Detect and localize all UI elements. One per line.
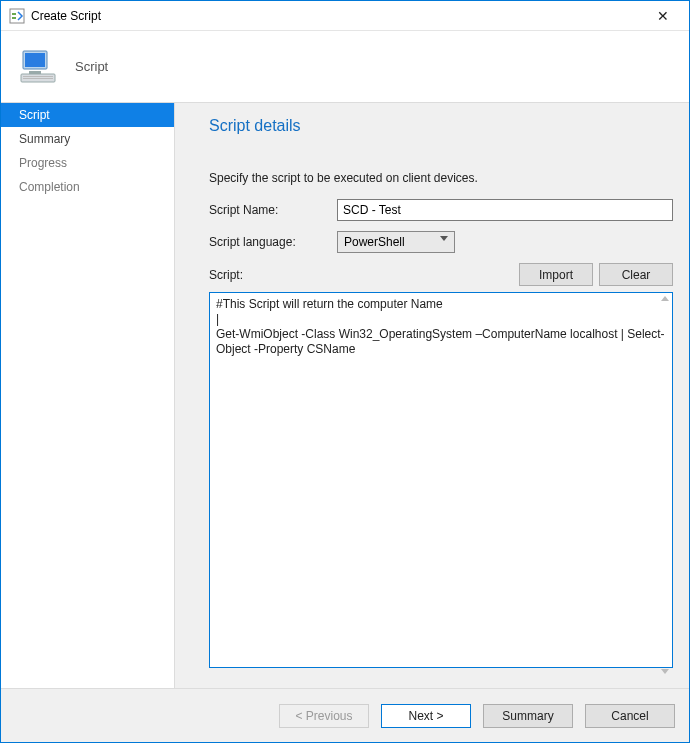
sidebar-step-script[interactable]: Script [1, 103, 174, 127]
label-script-language: Script language: [209, 235, 337, 249]
script-language-value: PowerShell [344, 235, 405, 249]
main-panel: Script details Specify the script to be … [175, 103, 689, 688]
close-button[interactable]: ✕ [641, 2, 685, 30]
header-banner: Script [1, 31, 689, 103]
banner-label: Script [75, 59, 108, 74]
hint-text: Specify the script to be executed on cli… [209, 171, 673, 185]
wizard-footer: < Previous Next > Summary Cancel [1, 688, 689, 742]
sidebar-step-progress: Progress [1, 151, 174, 175]
scroll-up-icon [661, 296, 669, 301]
app-icon [9, 8, 25, 24]
summary-button[interactable]: Summary [483, 704, 573, 728]
close-icon: ✕ [657, 8, 669, 24]
clear-button[interactable]: Clear [599, 263, 673, 286]
scroll-down-icon [661, 669, 669, 674]
page-heading: Script details [209, 117, 673, 135]
next-button[interactable]: Next > [381, 704, 471, 728]
label-script: Script: [209, 268, 337, 282]
sidebar-step-completion: Completion [1, 175, 174, 199]
row-script-name: Script Name: [209, 199, 673, 221]
computer-icon [19, 47, 59, 87]
import-button[interactable]: Import [519, 263, 593, 286]
chevron-down-icon [440, 236, 448, 241]
svg-rect-8 [23, 78, 53, 79]
titlebar: Create Script ✕ [1, 1, 689, 31]
wizard-sidebar: Script Summary Progress Completion [1, 103, 175, 688]
window-title: Create Script [31, 9, 101, 23]
script-language-select[interactable]: PowerShell [337, 231, 455, 253]
row-script-language: Script language: PowerShell [209, 231, 673, 253]
script-name-input[interactable] [337, 199, 673, 221]
previous-button: < Previous [279, 704, 369, 728]
body-area: Script Summary Progress Completion Scrip… [1, 103, 689, 688]
row-script-actions: Script: Import Clear [209, 263, 673, 286]
svg-rect-2 [12, 17, 16, 19]
cancel-button[interactable]: Cancel [585, 704, 675, 728]
script-textarea[interactable] [209, 292, 673, 668]
sidebar-step-summary[interactable]: Summary [1, 127, 174, 151]
svg-rect-4 [25, 53, 45, 67]
label-script-name: Script Name: [209, 203, 337, 217]
svg-rect-7 [23, 76, 53, 77]
svg-rect-1 [12, 13, 16, 15]
